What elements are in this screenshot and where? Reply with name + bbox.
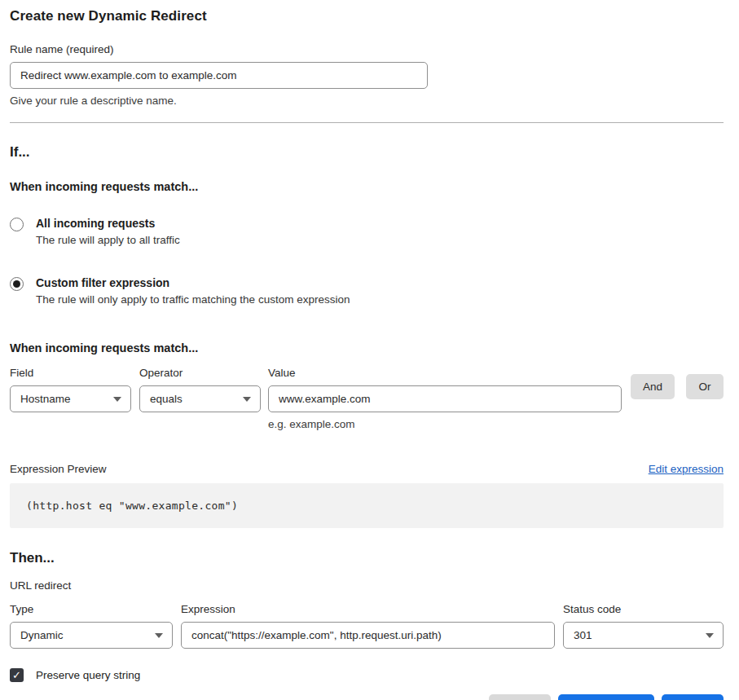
value-label: Value (268, 367, 622, 379)
expression-preview-code: (http.host eq "www.example.com") (10, 483, 724, 528)
section-divider (10, 122, 724, 123)
radio-custom-filter[interactable] (10, 277, 24, 291)
then-heading: Then... (10, 550, 724, 566)
preserve-query-row[interactable]: ✓ Preserve query string (10, 668, 724, 682)
expression-input[interactable] (181, 622, 555, 649)
redirect-config-row: Type Dynamic Expression Status code 301 (10, 603, 724, 649)
radio-option-all-requests[interactable]: All incoming requests The rule will appl… (10, 217, 724, 246)
radio-custom-filter-description: The rule will only apply to traffic matc… (36, 293, 350, 306)
radio-option-custom-filter[interactable]: Custom filter expression The rule will o… (10, 276, 724, 306)
save-as-draft-button[interactable]: Save as Draft (558, 694, 654, 700)
status-code-select[interactable]: 301 (563, 622, 724, 649)
rule-name-help: Give your rule a descriptive name. (10, 95, 724, 107)
rule-name-block: Rule name (required) Give your rule a de… (10, 43, 724, 107)
status-code-label: Status code (563, 603, 724, 615)
radio-all-requests[interactable] (10, 218, 24, 231)
status-code-select-value: 301 (574, 629, 592, 641)
filter-builder-row: Field Hostname Operator equals Value e.g… (10, 367, 724, 430)
operator-select[interactable]: equals (139, 385, 261, 412)
value-help: e.g. example.com (268, 418, 622, 430)
cancel-button[interactable]: Cancel (489, 694, 551, 700)
create-redirect-form: Create new Dynamic Redirect Rule name (r… (0, 0, 739, 700)
and-button[interactable]: And (631, 374, 675, 399)
type-select[interactable]: Dynamic (10, 622, 173, 649)
or-button[interactable]: Or (686, 374, 724, 399)
url-redirect-label: URL redirect (10, 579, 724, 592)
page-title: Create new Dynamic Redirect (10, 8, 724, 24)
field-label: Field (10, 367, 131, 379)
radio-all-requests-label: All incoming requests (36, 217, 180, 230)
value-input[interactable] (268, 385, 622, 412)
rule-name-input[interactable] (10, 62, 428, 89)
form-actions: Cancel Save as Draft Deploy (10, 694, 724, 700)
expression-label: Expression (181, 603, 555, 615)
radio-all-requests-description: The rule will apply to all traffic (36, 234, 180, 246)
chevron-down-icon (155, 633, 163, 638)
deploy-button[interactable]: Deploy (662, 694, 724, 700)
radio-custom-filter-label: Custom filter expression (36, 276, 350, 289)
filter-match-heading: When incoming requests match... (10, 341, 724, 354)
chevron-down-icon (113, 397, 121, 402)
edit-expression-link[interactable]: Edit expression (649, 463, 724, 475)
field-select[interactable]: Hostname (10, 385, 131, 412)
type-select-value: Dynamic (20, 629, 64, 641)
preserve-query-label: Preserve query string (36, 669, 140, 681)
rule-name-label: Rule name (required) (10, 43, 724, 55)
chevron-down-icon (706, 633, 714, 638)
expression-preview-header: Expression Preview Edit expression (10, 463, 724, 475)
operator-select-value: equals (150, 393, 183, 405)
if-heading: If... (10, 144, 724, 161)
operator-label: Operator (139, 367, 261, 379)
preserve-query-checkbox[interactable]: ✓ (10, 668, 24, 682)
type-label: Type (10, 603, 173, 615)
chevron-down-icon (243, 397, 251, 402)
if-match-heading: When incoming requests match... (10, 180, 724, 193)
field-select-value: Hostname (20, 393, 71, 405)
expression-preview-label: Expression Preview (10, 463, 107, 475)
